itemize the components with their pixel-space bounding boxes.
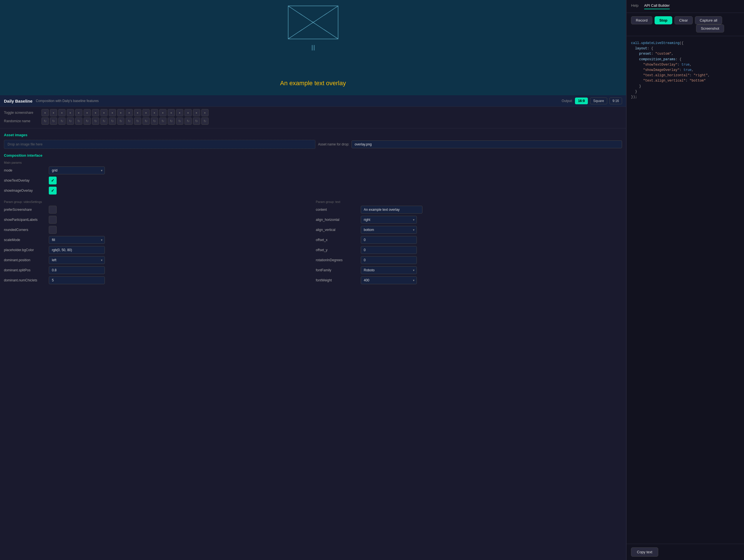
randomize-btn-20[interactable] <box>201 117 209 125</box>
randomize-btn-3[interactable] <box>58 117 66 125</box>
align-horizontal-select[interactable]: left center right <box>361 216 417 224</box>
show-image-overlay-toggle[interactable] <box>49 187 57 194</box>
app-title: Daily Baseline <box>4 99 33 104</box>
participant-btn-9[interactable] <box>109 109 116 116</box>
composition-section: Composition interface Main params mode g… <box>4 153 622 287</box>
randomize-btn-5[interactable] <box>75 117 82 125</box>
copy-btn-area: Copy text <box>627 544 744 560</box>
content-input[interactable] <box>361 206 422 214</box>
video-placeholder <box>288 6 338 39</box>
dominant-position-select[interactable]: left right top bottom <box>49 256 105 264</box>
placeholder-bgcolor-row: placeholder.bgColor <box>4 246 310 254</box>
show-participant-labels-row: showParticipantLabels <box>4 216 310 224</box>
output-9-16-button[interactable]: 9:16 <box>609 98 622 104</box>
participant-btn-3[interactable] <box>58 109 66 116</box>
placeholder-bgcolor-input[interactable] <box>49 246 105 254</box>
prefer-screenshare-toggle[interactable] <box>49 206 57 214</box>
randomize-btn-4[interactable] <box>67 117 74 125</box>
participant-btn-7[interactable] <box>92 109 99 116</box>
participant-btn-16[interactable] <box>168 109 175 116</box>
participant-btn-10[interactable] <box>117 109 124 116</box>
font-weight-select[interactable]: 100 200 300 400 500 600 700 <box>361 276 417 284</box>
align-vertical-row: align_vertical top center bottom <box>316 226 622 234</box>
font-family-select-wrapper: Roboto Arial Helvetica <box>361 266 417 274</box>
offset-y-input[interactable] <box>361 246 417 254</box>
participant-btn-4[interactable] <box>67 109 74 116</box>
randomize-btn-15[interactable] <box>159 117 166 125</box>
participant-btn-20[interactable] <box>201 109 209 116</box>
asset-images-section: Asset images Drop an image file here Ass… <box>4 133 622 149</box>
participant-btn-6[interactable] <box>83 109 91 116</box>
participant-btn-18[interactable] <box>184 109 192 116</box>
scale-mode-row: scaleMode fill fit stretch <box>4 236 310 244</box>
participant-btn-5[interactable] <box>75 109 82 116</box>
randomize-btn-10[interactable] <box>117 117 124 125</box>
show-participant-labels-toggle[interactable] <box>49 216 57 224</box>
randomize-btn-1[interactable] <box>41 117 49 125</box>
output-square-button[interactable]: Square <box>590 98 607 104</box>
participant-btn-2[interactable] <box>50 109 57 116</box>
participant-btn-17[interactable] <box>176 109 183 116</box>
tab-api-call-builder[interactable]: API Call Builder <box>644 3 670 9</box>
scale-mode-select-wrapper: fill fit stretch <box>49 236 105 244</box>
participant-btn-11[interactable] <box>125 109 133 116</box>
output-16-9-button[interactable]: 16:9 <box>575 98 588 104</box>
output-section: Output: 16:9 Square 9:16 <box>562 98 622 104</box>
align-vertical-select[interactable]: top center bottom <box>361 226 417 234</box>
rotation-input[interactable] <box>361 256 417 264</box>
randomize-btn-12[interactable] <box>134 117 141 125</box>
dominant-numchiclets-row: dominant.numChiclets <box>4 276 310 284</box>
rounded-corners-toggle[interactable] <box>49 226 57 234</box>
clear-button[interactable]: Clear <box>674 16 693 24</box>
app-subtitle: Composition with Daily's baseline featur… <box>36 99 99 103</box>
screenshot-button[interactable]: Screenshot <box>696 24 724 33</box>
randomize-btn-6[interactable] <box>83 117 91 125</box>
title-section: Daily Baseline Composition with Daily's … <box>4 99 559 104</box>
tab-help[interactable]: Help <box>631 3 639 9</box>
content-row: content <box>316 206 622 214</box>
participant-btn-15[interactable] <box>159 109 166 116</box>
dominant-splitpos-input[interactable] <box>49 266 105 274</box>
mode-select[interactable]: grid spotlight single <box>49 166 105 174</box>
randomize-btn-13[interactable] <box>142 117 150 125</box>
rotation-row: rotationInDegrees <box>316 256 622 264</box>
drop-zone[interactable]: Drop an image file here <box>4 140 315 149</box>
dominant-numchiclets-label: dominant.numChiclets <box>4 278 46 282</box>
participant-btn-12[interactable] <box>134 109 141 116</box>
align-vertical-select-wrapper: top center bottom <box>361 226 417 234</box>
stop-button[interactable]: Stop <box>655 16 672 24</box>
randomize-btn-19[interactable] <box>193 117 200 125</box>
participant-btn-19[interactable] <box>193 109 200 116</box>
record-button[interactable]: Record <box>631 16 652 24</box>
toggle-screenshare-row: Toggle screenshare <box>4 109 622 116</box>
font-family-label: fontFamily <box>316 268 358 272</box>
randomize-btn-17[interactable] <box>176 117 183 125</box>
asset-name-input[interactable] <box>351 141 622 148</box>
randomize-btn-16[interactable] <box>168 117 175 125</box>
align-horizontal-row: align_horizontal left center right <box>316 216 622 224</box>
randomize-btn-7[interactable] <box>92 117 99 125</box>
show-text-overlay-toggle[interactable] <box>49 177 57 184</box>
participant-btn-8[interactable] <box>100 109 108 116</box>
randomize-btn-11[interactable] <box>125 117 133 125</box>
randomize-btn-8[interactable] <box>100 117 108 125</box>
font-family-select[interactable]: Roboto Arial Helvetica <box>361 266 417 274</box>
offset-x-input[interactable] <box>361 236 417 244</box>
dominant-numchiclets-input[interactable] <box>49 276 105 284</box>
participant-btn-13[interactable] <box>142 109 150 116</box>
main-params-label: Main params <box>4 161 622 164</box>
copy-text-button[interactable]: Copy text <box>631 548 658 557</box>
randomize-btn-9[interactable] <box>109 117 116 125</box>
dominant-splitpos-row: dominant.splitPos <box>4 266 310 274</box>
randomize-btn-18[interactable] <box>184 117 192 125</box>
randomize-btn-14[interactable] <box>151 117 158 125</box>
scale-mode-select[interactable]: fill fit stretch <box>49 236 105 244</box>
code-area: call.updateLiveStreaming({ layout: { pre… <box>627 36 744 544</box>
capture-all-button[interactable]: Capture all <box>695 16 722 24</box>
participant-btn-1[interactable] <box>41 109 49 116</box>
participant-btn-14[interactable] <box>151 109 158 116</box>
composition-title: Composition interface <box>4 153 622 157</box>
randomize-btn-2[interactable] <box>50 117 57 125</box>
form-area: Asset images Drop an image file here Ass… <box>0 128 626 560</box>
prefer-screenshare-label: preferScreenshare <box>4 208 46 212</box>
